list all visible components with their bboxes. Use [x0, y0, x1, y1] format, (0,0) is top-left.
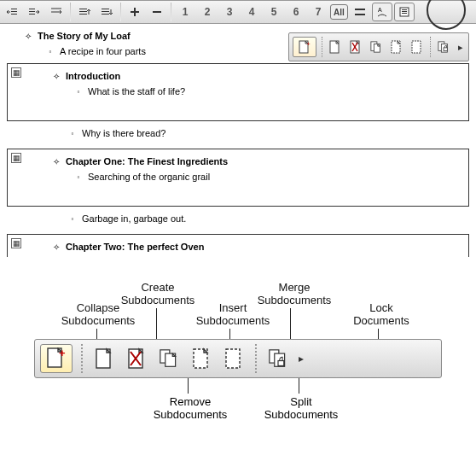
label-remove: Remove Subdocuments	[143, 395, 237, 421]
svg-text:+: +	[306, 40, 311, 48]
move-up-icon[interactable]	[74, 3, 95, 21]
separator	[322, 37, 322, 57]
subdocument-handle-icon[interactable]: ▦	[11, 67, 21, 78]
svg-rect-2	[11, 14, 17, 15]
create-subdocument-icon[interactable]	[328, 38, 343, 55]
outline-plus-icon: ✧	[52, 71, 61, 83]
separator	[255, 344, 257, 373]
insert-subdocument-icon[interactable]	[369, 38, 384, 55]
svg-rect-10	[102, 11, 109, 12]
body-text: What is the staff of life?	[88, 86, 185, 96]
svg-rect-18	[402, 13, 407, 14]
subdocument-box: ▦ ✧ Chapter One: The Finest Ingredients …	[7, 149, 469, 207]
collapse-subdocuments-button[interactable]: +	[40, 344, 73, 373]
subdocument-handle-icon[interactable]: ▦	[11, 153, 21, 163]
create-subdocument-button[interactable]	[88, 344, 120, 373]
top-callout-labels: Collapse Subdocuments Create Subdocument…	[34, 281, 442, 339]
show-level-2[interactable]: 2	[197, 3, 218, 21]
collapse-icon[interactable]	[147, 3, 167, 21]
separator	[120, 3, 121, 21]
svg-text:A: A	[378, 7, 382, 13]
bullet-icon: ▫	[74, 86, 83, 98]
outline-row[interactable]: ▫ Searching of the organic grail	[74, 170, 463, 185]
show-formatting-icon[interactable]: A	[372, 3, 392, 21]
outline-row[interactable]: ✧ Chapter One: The Finest Ingredients	[52, 155, 463, 170]
svg-rect-7	[79, 11, 87, 12]
outline-plus-icon: ✧	[52, 242, 61, 254]
show-level-7[interactable]: 7	[308, 3, 328, 21]
svg-rect-6	[79, 9, 87, 9]
toolbar-overflow-icon[interactable]: ▸	[456, 42, 465, 53]
svg-rect-1	[11, 11, 17, 12]
heading-text: Introduction	[66, 71, 120, 81]
svg-rect-33	[412, 41, 421, 53]
svg-rect-12	[355, 9, 365, 10]
outline-row[interactable]: ▫ Why is there bread?	[68, 126, 469, 142]
subdocument-mini-toolbar: + ▸	[288, 32, 469, 61]
svg-text:+: +	[59, 347, 66, 359]
separator	[430, 37, 431, 57]
body-text: Garbage in, garbage out.	[82, 213, 186, 224]
label-lock: Lock Documents	[334, 301, 428, 327]
merge-subdocument-button[interactable]	[185, 344, 218, 373]
first-line-only-icon[interactable]	[350, 3, 370, 21]
remove-subdocument-button[interactable]	[120, 344, 153, 373]
outline-toolbar: 1 2 3 4 5 6 7 All A	[0, 0, 476, 24]
svg-rect-13	[355, 14, 365, 15]
lock-documents-button[interactable]	[262, 344, 294, 373]
expand-icon[interactable]	[125, 3, 145, 21]
outline-plus-icon: ✧	[52, 156, 61, 168]
svg-rect-54	[278, 361, 284, 366]
split-subdocument-button[interactable]	[218, 344, 250, 373]
show-level-6[interactable]: 6	[286, 3, 306, 21]
outline-row[interactable]: ▫ What is the staff of life?	[74, 85, 463, 100]
bottom-callout-labels: Remove Subdocuments Split Subdocuments	[34, 378, 442, 421]
svg-rect-36	[444, 48, 447, 51]
toolbar-overflow-icon[interactable]: ▸	[294, 344, 308, 373]
demote-icon[interactable]	[24, 3, 44, 21]
insert-subdocument-button[interactable]	[153, 344, 185, 373]
outline-plus-icon: ✧	[24, 31, 32, 43]
label-split: Split Subdocuments	[254, 395, 348, 421]
heading-text: Chapter One: The Finest Ingredients	[66, 156, 228, 166]
show-level-1[interactable]: 1	[175, 3, 195, 21]
merge-subdocument-icon[interactable]	[389, 38, 404, 55]
promote-icon[interactable]	[2, 3, 22, 21]
collapse-subdocuments-button[interactable]: +	[293, 37, 316, 57]
show-level-3[interactable]: 3	[219, 3, 240, 21]
subdocument-box: ▦ ✧ Introduction ▫ What is the staff of …	[7, 63, 469, 121]
lock-documents-icon[interactable]	[436, 38, 451, 55]
split-subdocument-icon[interactable]	[409, 38, 425, 55]
show-all-levels[interactable]: All	[330, 4, 348, 20]
master-document-view-icon[interactable]	[394, 3, 415, 21]
outline-row[interactable]: ✧ Introduction	[52, 69, 463, 85]
svg-rect-4	[29, 11, 35, 12]
bullet-icon: ▫	[68, 128, 77, 140]
annotated-master-toolbar: Collapse Subdocuments Create Subdocument…	[0, 281, 476, 429]
svg-rect-16	[402, 9, 407, 10]
outline-row[interactable]: ▫ Garbage in, garbage out.	[68, 212, 469, 227]
show-level-4[interactable]: 4	[241, 3, 262, 21]
heading-text: Chapter Two: The perfect Oven	[66, 242, 204, 252]
demote-to-body-icon[interactable]	[46, 3, 67, 21]
move-down-icon[interactable]	[96, 3, 117, 21]
label-merge: Merge Subdocuments	[247, 281, 341, 306]
svg-rect-3	[29, 9, 35, 9]
svg-rect-17	[402, 11, 407, 12]
subdocument-handle-icon[interactable]: ▦	[11, 238, 21, 248]
body-text: Searching of the organic grail	[88, 172, 210, 182]
outline-row[interactable]: ✧ Chapter Two: The perfect Oven	[52, 240, 463, 255]
master-toolbar-large: + ▸	[34, 339, 442, 378]
svg-rect-5	[29, 14, 35, 15]
show-level-5[interactable]: 5	[264, 3, 284, 21]
remove-subdocument-icon[interactable]	[348, 38, 363, 55]
svg-rect-11	[102, 14, 109, 15]
separator	[171, 3, 171, 21]
body-text: Why is there bread?	[82, 128, 165, 138]
svg-rect-51	[226, 349, 240, 368]
svg-rect-9	[102, 9, 109, 9]
bullet-icon: ▫	[46, 46, 55, 58]
separator	[70, 3, 71, 21]
svg-rect-0	[11, 9, 17, 9]
svg-rect-8	[79, 14, 87, 15]
